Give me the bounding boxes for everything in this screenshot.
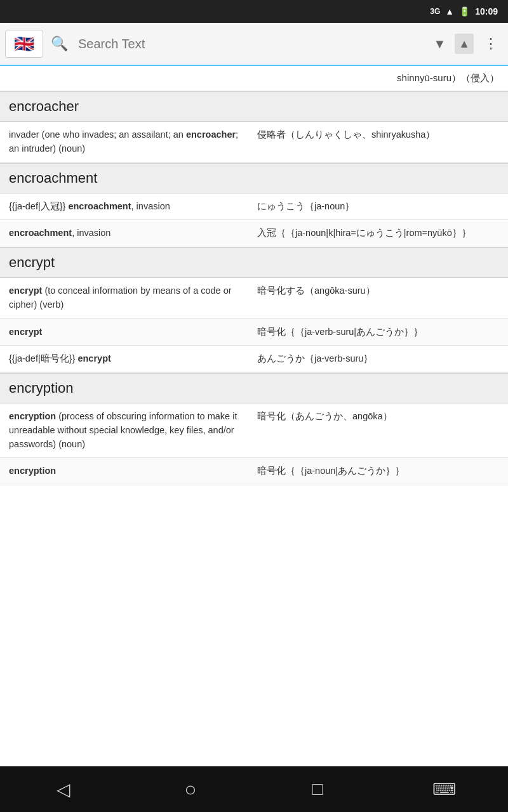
table-row: encrypt (to conceal information by means…	[0, 278, 508, 319]
definition-ja: あんごうか｛ja-verb-suru｝	[257, 352, 499, 366]
table-row: encryption (process of obscuring informa…	[0, 403, 508, 458]
top-bar: 🇬🇧 🔍 ▼ ▲ ⋮	[0, 23, 508, 66]
back-button[interactable]	[38, 770, 89, 808]
section-title-encroacher: encroacher	[9, 98, 79, 114]
status-bar: 3G ▲ 🔋 10:09	[0, 0, 508, 23]
definition-ja: 侵略者（しんりゃくしゃ、shinryakusha）	[257, 128, 499, 142]
search-input[interactable]	[76, 34, 424, 54]
definition-en: encroachment, invasion	[9, 226, 251, 240]
definition-en: encrypt	[9, 325, 251, 339]
section-header-encryption: encryption	[0, 373, 508, 403]
definition-ja: 暗号化｛｛ja-verb-suru|あんごうか｝｝	[257, 325, 499, 339]
more-options-button[interactable]: ⋮	[479, 36, 503, 52]
search-icon: 🔍	[48, 36, 70, 52]
home-button[interactable]	[165, 770, 216, 808]
definition-en: {{ja-def|入冠}} encroachment, invasion	[9, 200, 251, 214]
definition-ja: 入冠｛｛ja-noun|k|hira=にゅうこう|rom=nyūkō｝｝	[257, 226, 499, 240]
definition-ja: にゅうこう｛ja-noun｝	[257, 200, 499, 214]
definition-en: encryption	[9, 464, 251, 478]
flag-icon: 🇬🇧	[14, 34, 34, 54]
partial-result-row: shinnyū-suru）（侵入）	[0, 66, 508, 91]
table-row: {{ja-def|入冠}} encroachment, invasion にゅう…	[0, 193, 508, 221]
dropdown-button[interactable]: ▼	[429, 37, 450, 51]
battery-icon: 🔋	[459, 6, 470, 16]
time-display: 10:09	[475, 6, 498, 16]
definition-en: encryption (process of obscuring informa…	[9, 410, 251, 451]
definition-ja: 暗号化する（angōka-suru）	[257, 284, 499, 298]
section-header-encroacher: encroacher	[0, 91, 508, 122]
network-signal: 3G	[430, 7, 440, 16]
section-title-encrypt: encrypt	[9, 254, 55, 270]
scroll-up-button[interactable]: ▲	[455, 34, 474, 54]
table-row: {{ja-def|暗号化}} encrypt あんごうか｛ja-verb-sur…	[0, 346, 508, 373]
definition-ja: 暗号化（あんごうか、angōka）	[257, 410, 499, 424]
recents-button[interactable]	[292, 770, 343, 808]
keyboard-button[interactable]	[419, 770, 470, 808]
table-row: invader (one who invades; an assailant; …	[0, 122, 508, 163]
definition-en: {{ja-def|暗号化}} encrypt	[9, 352, 251, 366]
dictionary-content: shinnyū-suru）（侵入） encroacher invader (on…	[0, 66, 508, 485]
section-header-encrypt: encrypt	[0, 247, 508, 278]
definition-en: encrypt (to conceal information by means…	[9, 284, 251, 312]
section-header-encroachment: encroachment	[0, 163, 508, 193]
table-row: encrypt 暗号化｛｛ja-verb-suru|あんごうか｝｝	[0, 319, 508, 346]
partial-result-text: shinnyū-suru）（侵入）	[397, 72, 499, 83]
signal-icon: ▲	[445, 6, 454, 16]
definition-en: invader (one who invades; an assailant; …	[9, 128, 251, 156]
navigation-bar	[0, 766, 508, 812]
language-flag-button[interactable]: 🇬🇧	[5, 30, 43, 58]
section-title-encryption: encryption	[9, 380, 74, 396]
section-title-encroachment: encroachment	[9, 170, 97, 186]
definition-ja: 暗号化｛｛ja-noun|あんごうか｝｝	[257, 464, 499, 478]
table-row: encryption 暗号化｛｛ja-noun|あんごうか｝｝	[0, 458, 508, 485]
table-row: encroachment, invasion 入冠｛｛ja-noun|k|hir…	[0, 220, 508, 247]
